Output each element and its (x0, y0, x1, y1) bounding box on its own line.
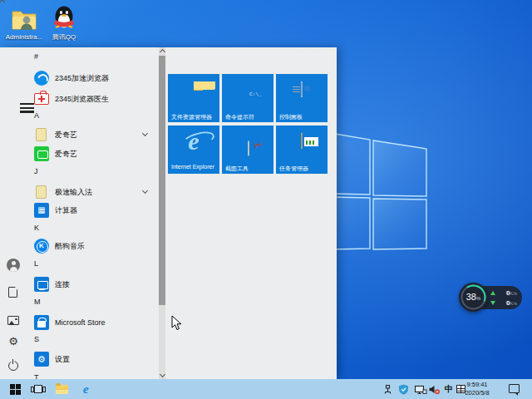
kugou-music-icon: K (34, 239, 49, 254)
clock-time: 9:59:41 (459, 381, 495, 389)
usb-tray-icon[interactable] (382, 384, 393, 395)
security-shield-tray-icon[interactable] (398, 384, 409, 395)
task-manager-icon (301, 133, 303, 149)
app-list-header[interactable]: K (34, 223, 101, 233)
app-list-item-calculator[interactable]: ▦ 计算器 (30, 200, 158, 220)
speed-widget-ball[interactable]: 38% (459, 283, 488, 312)
app-list-item-microsoft-store[interactable]: Microsoft Store (30, 313, 158, 332)
app-list-item-2345-browser-doctor[interactable]: 2345浏览器医生 (30, 89, 158, 109)
control-panel-icon (301, 81, 303, 97)
taskbar: e 中 9:59:41 2020/5/8 (0, 379, 532, 399)
documents-icon[interactable] (8, 287, 17, 298)
windows-flag-icon (10, 384, 15, 389)
tile-task-manager[interactable]: 任务管理器 (276, 126, 328, 174)
settings-app-icon: ⚙ (34, 352, 49, 367)
usage-percent: 38% (459, 283, 488, 312)
app-list-header[interactable]: J (34, 166, 101, 176)
upload-arrow-icon (490, 291, 495, 295)
app-list-header[interactable]: S (34, 334, 101, 344)
power-button-icon[interactable] (8, 361, 18, 371)
2345-browser-doctor-icon (34, 93, 49, 105)
scroll-up-icon[interactable] (0, 0, 5, 5)
app-list-item-iqiyi-folder[interactable]: 爱奇艺 (30, 125, 158, 145)
qq-penguin-icon (52, 5, 76, 32)
user-avatar[interactable] (7, 259, 20, 272)
app-list-item-2345-speed-browser[interactable]: 2345加速浏览器 (30, 68, 158, 88)
mouse-cursor (171, 315, 182, 331)
tile-internet-explorer[interactable]: e Internet Explorer (168, 126, 219, 174)
file-explorer-button[interactable] (50, 379, 73, 399)
task-view-button[interactable] (27, 379, 50, 399)
app-list-item-settings[interactable]: ⚙ 设置 (30, 349, 158, 369)
app-list-item-iqiyi[interactable]: 爱奇艺 (30, 144, 158, 164)
app-list-header[interactable]: L (34, 259, 101, 268)
internet-explorer-button[interactable]: e (76, 379, 100, 399)
connect-icon (34, 277, 49, 292)
taskbar-clock[interactable]: 9:59:41 2020/5/8 (459, 381, 495, 397)
microsoft-store-icon (34, 315, 49, 330)
2345-speed-browser-icon (34, 71, 49, 86)
settings-rail-icon[interactable]: ⚙ (7, 335, 20, 348)
download-arrow-icon (490, 301, 495, 305)
app-list-header[interactable]: M (34, 297, 101, 307)
calculator-icon: ▦ (34, 203, 49, 218)
action-center-icon[interactable] (509, 384, 520, 393)
tile-command-prompt[interactable]: C:\_ 命令提示符 (222, 74, 273, 122)
tile-snipping-tool[interactable]: ✂ 截图工具 (222, 126, 273, 174)
folder-group-icon (36, 185, 47, 199)
upload-speed-row: 0K/s (490, 288, 520, 298)
app-list-item-connect[interactable]: 连接 (30, 274, 158, 294)
tile-control-panel[interactable]: 控制面板 (276, 74, 328, 122)
app-list-item-jisu-ime-folder[interactable]: 极速输入法 (30, 182, 158, 202)
scrollbar-thumb[interactable] (159, 56, 165, 305)
iqiyi-icon (34, 146, 49, 161)
start-button[interactable] (3, 379, 27, 399)
clock-date: 2020/5/8 (459, 389, 495, 397)
tile-file-explorer[interactable]: 文件资源管理器 (168, 74, 219, 122)
language-indicator[interactable]: 中 (443, 383, 455, 395)
app-list-header[interactable]: # (34, 52, 101, 62)
snipping-tool-icon: ✂ (248, 140, 249, 156)
internet-explorer-icon: e (188, 127, 199, 155)
desktop-icon-label: 腾讯QQ (40, 33, 88, 41)
download-speed-row: 0K/s (490, 298, 520, 308)
pictures-icon[interactable] (7, 316, 19, 325)
desktop: Administra... 腾讯QQ ⚙ # 2345加速浏览器 (0, 0, 532, 399)
folder-group-icon (36, 128, 47, 141)
user-folder-icon (10, 7, 38, 32)
app-list-header[interactable]: A (34, 111, 101, 121)
app-list-item-kugou-music[interactable]: K 酷狗音乐 (30, 236, 158, 256)
task-view-icon (34, 385, 42, 393)
file-explorer-icon (56, 385, 68, 394)
volume-muted-tray-icon[interactable] (428, 384, 441, 395)
network-tray-icon[interactable] (414, 384, 427, 395)
ie-e-icon: e (83, 382, 89, 397)
desktop-icon-qq[interactable]: 腾讯QQ (40, 5, 88, 41)
